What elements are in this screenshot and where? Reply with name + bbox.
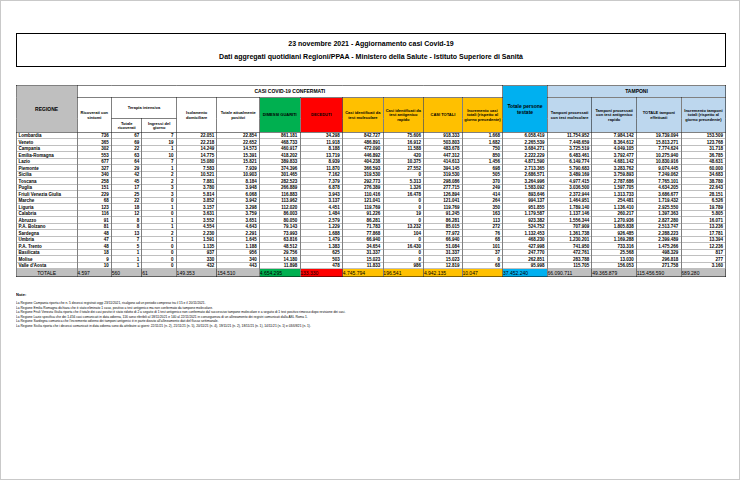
header-tamponi-band: TAMPONI <box>547 85 725 97</box>
total-incremento-casi: 10.047 <box>462 269 503 277</box>
header-casi-molecolare: Casi identificati da test molecolare <box>343 97 384 132</box>
covid-table: REGIONE CASI COVID-19 CONFERMATI Totale … <box>16 85 726 277</box>
total-isolamento: 149.353 <box>176 269 217 277</box>
total-ti-totale: 560 <box>112 269 142 277</box>
notes-section: Note: La Regione Campania riporta che n.… <box>16 292 726 328</box>
total-persone-testate: 37.452.240 <box>503 269 548 277</box>
total-tamponi-antigenico: 49.365.879 <box>592 269 637 277</box>
total-ricoverati: 4.597 <box>77 269 111 277</box>
header-ti-totale: Totale ricoverati <box>112 118 142 132</box>
total-dimessi: 4.654.295 <box>259 269 300 277</box>
header-casi-totali: CASI TOTALI <box>424 97 463 132</box>
notes-title: Note: <box>16 292 726 297</box>
total-casi-molecolare: 4.745.794 <box>343 269 384 277</box>
header-isolamento: Isolamento domiciliare <box>176 97 217 132</box>
total-incremento-tamponi: 689.280 <box>681 269 726 277</box>
total-ti-ingressi: 61 <box>142 269 176 277</box>
note-line: La Regione Sicilia riporta che i decessi… <box>16 323 726 328</box>
report-title-line2: Dati aggregati quotidiani Regioni/PPAA -… <box>17 52 725 60</box>
header-attualmente-positivi: Totale attualmente positivi <box>217 97 260 132</box>
report-title-box: 23 novembre 2021 - Aggiornamento casi Co… <box>16 33 726 67</box>
total-casi-antigenico: 196.541 <box>383 269 424 277</box>
header-ti-ingressi: Ingressi del giorno <box>142 118 176 132</box>
header-incremento-tamponi: Incremento tamponi totali (rispetto al g… <box>681 97 726 132</box>
header-tamponi-antigenico: Tamponi processati con test antigenico r… <box>592 97 637 132</box>
header-incremento-casi: Incremento casi totali (rispetto al gior… <box>462 97 503 132</box>
header-tamponi-totale: TOTALE tamponi effettuati <box>637 97 682 132</box>
header-confirmed-band: CASI COVID-19 CONFERMATI <box>77 85 503 97</box>
header-terapia-intensiva: Terapia intensiva <box>112 97 177 118</box>
total-tamponi-molecolare: 66.090.711 <box>547 269 592 277</box>
header-tamponi-molecolare: Tamponi processati con test molecolare <box>547 97 592 132</box>
total-row: TOTALE 4.597 560 61 149.353 154.510 4.65… <box>16 269 726 277</box>
header-persone-testate: Totale persone testate <box>503 85 548 132</box>
report-page: 23 novembre 2021 - Aggiornamento casi Co… <box>0 0 740 480</box>
header-regione: REGIONE <box>16 85 77 132</box>
total-casi-totali: 4.942.135 <box>424 269 463 277</box>
table-body: Lombardia 73667722.05122.854861.18134.29… <box>16 132 726 269</box>
total-label: TOTALE <box>16 269 77 277</box>
header-dimessi: DIMESSI GUARITI <box>259 97 300 132</box>
header-deceduti: DECEDUTI <box>300 97 343 132</box>
header-ricoverati: Ricoverati con sintomi <box>77 97 111 132</box>
total-tamponi-totale: 115.456.590 <box>637 269 682 277</box>
report-title-line1: 23 novembre 2021 - Aggiornamento casi Co… <box>17 39 725 47</box>
total-attualmente-positivi: 154.510 <box>217 269 260 277</box>
total-deceduti: 133.330 <box>300 269 343 277</box>
header-casi-antigenico: Casi identificati da test antigenico rap… <box>383 97 424 132</box>
